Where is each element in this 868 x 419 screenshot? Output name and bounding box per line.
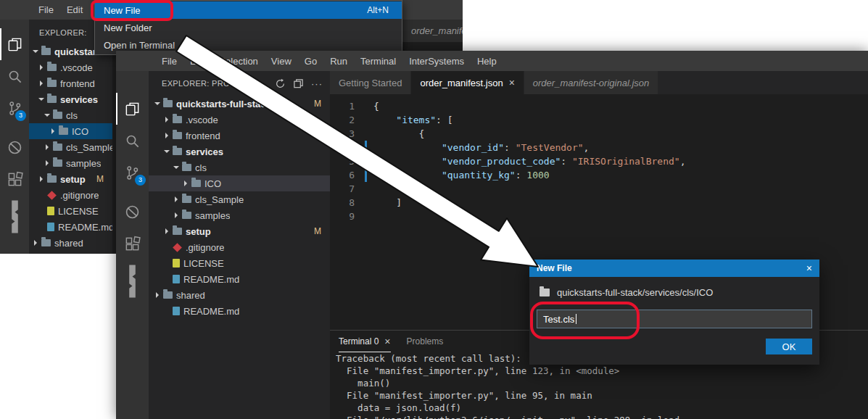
chevron-spacer <box>162 275 171 283</box>
code-text: ] <box>373 197 402 208</box>
source-control-icon[interactable]: 3 <box>116 157 149 188</box>
menu-terminal[interactable]: Terminal <box>354 51 402 71</box>
tree-item-samples[interactable]: samples <box>29 155 112 171</box>
tree-item-readme-md[interactable]: README.md <box>149 271 330 287</box>
code-token: : [ <box>436 115 452 125</box>
context-menu-item-label: Open in Terminal <box>104 40 175 51</box>
source-control-icon[interactable]: 3 <box>0 92 29 124</box>
folder-icon <box>163 100 173 107</box>
tree-item-license[interactable]: LICENSE <box>29 203 112 219</box>
explorer-sidebar: EXPLORER: PROJECT ··· quickstarts-full-s… <box>149 71 330 419</box>
menu-file[interactable]: File <box>32 0 60 20</box>
menu-file[interactable]: File <box>155 51 183 71</box>
chevron-right-icon <box>43 159 51 167</box>
tree-item-samples[interactable]: samples <box>149 207 330 223</box>
tree-item-label: ICO <box>72 126 88 137</box>
folder-icon <box>53 159 62 167</box>
menu-view[interactable]: View <box>265 51 298 71</box>
tree-item-gitignore[interactable]: .gitignore <box>149 239 330 255</box>
server-blocked-icon[interactable] <box>0 131 29 163</box>
tree-item-cls[interactable]: cls <box>29 107 112 123</box>
tree-item-readme-md[interactable]: README.md <box>29 251 112 254</box>
extensions-icon[interactable] <box>116 228 149 260</box>
code-token <box>373 156 442 167</box>
folder-icon <box>47 64 57 71</box>
tree-item-cls-sample[interactable]: cls_Sample <box>149 191 330 207</box>
tree-item-frontend[interactable]: frontend <box>29 75 112 91</box>
tree-item-services[interactable]: services <box>29 91 112 107</box>
tab-order-manifest-original-json[interactable]: order_manifest-original.json <box>524 71 658 94</box>
menu-run[interactable]: Run <box>323 51 354 71</box>
extensions-icon[interactable] <box>0 163 29 195</box>
tree-item-label: shared <box>54 238 83 249</box>
close-icon[interactable]: × <box>806 262 812 274</box>
tree-item-ico[interactable]: ICO <box>29 123 112 139</box>
close-icon[interactable]: × <box>384 336 390 347</box>
code-token <box>373 170 442 181</box>
more-actions-icon[interactable]: ··· <box>311 79 323 88</box>
code-text: "quantity_kg": 1000 <box>373 170 550 181</box>
context-menu-item-new-folder[interactable]: New Folder <box>95 19 402 36</box>
tree-item-shared[interactable]: shared <box>149 287 330 303</box>
menu-edit[interactable]: Edit <box>60 0 89 20</box>
tab-getting-started[interactable]: Getting Started <box>330 71 411 94</box>
activity-bar: 3 <box>0 20 29 254</box>
tree-item-services[interactable]: services <box>149 144 330 159</box>
modified-gutter-indicator <box>365 154 367 168</box>
menu-go[interactable]: Go <box>298 51 323 71</box>
menu-edit[interactable]: Edit <box>183 51 212 71</box>
folder-icon <box>53 144 62 151</box>
menu-intersystems[interactable]: InterSystems <box>402 51 471 71</box>
tab-order-manifest-json[interactable]: order_manifest.json× <box>411 71 524 94</box>
new-file-dialog: New File × quickstarts-full-stack/servic… <box>529 260 819 365</box>
tree-item-quickstarts-full-stack[interactable]: quickstarts-full-stackM <box>149 96 330 112</box>
menu-selection[interactable]: Selection <box>212 51 264 71</box>
tree-item-setup[interactable]: setupM <box>149 223 330 239</box>
collapse-folders-icon[interactable] <box>293 78 304 89</box>
close-icon[interactable]: × <box>509 78 515 88</box>
tree-item-gitignore[interactable]: .gitignore <box>29 187 112 203</box>
tree-item-ico[interactable]: ICO <box>149 175 330 191</box>
target-folder-path: quickstarts-full-stack/services/cls/ICO <box>540 287 812 298</box>
tree-item-readme-md[interactable]: README.md <box>149 303 330 319</box>
tree-item-cls[interactable]: cls <box>149 159 330 175</box>
context-menu-shortcut: Alt+N <box>367 5 389 15</box>
explorer-icon[interactable] <box>116 93 149 125</box>
tree-item-readme-md[interactable]: README.md <box>29 219 112 235</box>
tree-item-license[interactable]: LICENSE <box>149 255 330 271</box>
ok-button[interactable]: OK <box>766 339 812 354</box>
tree-item-vscode[interactable]: .vscode <box>149 112 330 128</box>
new-file-name-input[interactable]: Test.cls <box>537 310 812 328</box>
scm-changes-badge: 3 <box>135 175 146 186</box>
chevron-spacer <box>37 191 46 199</box>
code-token: : <box>561 156 572 167</box>
folder-icon <box>47 96 57 103</box>
folder-icon <box>47 175 57 183</box>
md-file-icon <box>173 307 180 315</box>
line-number: 7 <box>330 183 365 194</box>
terminal-tab-problems[interactable]: Problems <box>407 331 444 352</box>
tree-item-frontend[interactable]: frontend <box>149 128 330 144</box>
server-blocked-icon[interactable] <box>116 196 149 228</box>
tree-item-shared[interactable]: shared <box>29 235 112 251</box>
code-text: "items": [ <box>373 115 453 125</box>
dialog-title-bar[interactable]: New File × <box>529 260 819 277</box>
tree-item-vscode[interactable]: .vscode <box>29 59 112 75</box>
code-line: 1{ <box>330 99 868 113</box>
code-token: "TestVendor" <box>516 142 584 153</box>
tree-item-setup[interactable]: setupM <box>29 171 112 187</box>
code-token: { <box>373 101 379 112</box>
intersystems-logo-icon[interactable] <box>0 195 29 238</box>
terminal-tab-terminal-0[interactable]: Terminal 0× <box>339 331 391 352</box>
tree-item-cls-sample[interactable]: cls_Sample <box>29 139 112 155</box>
search-icon[interactable] <box>116 125 149 157</box>
tab-order-manifest-json[interactable]: order_manifest.json <box>402 20 463 42</box>
file-tree: quickstarts-full-stackM.vscodefrontendse… <box>149 96 330 319</box>
explorer-icon[interactable] <box>0 28 29 60</box>
context-menu-item-new-file[interactable]: New FileAlt+N <box>95 1 402 19</box>
search-icon[interactable] <box>0 60 29 92</box>
menu-help[interactable]: Help <box>471 51 503 71</box>
intersystems-logo-icon[interactable] <box>116 260 149 303</box>
refresh-explorer-icon[interactable] <box>275 78 286 89</box>
code-text: "vendor_product_code": "IRISOriginalBren… <box>373 156 686 167</box>
